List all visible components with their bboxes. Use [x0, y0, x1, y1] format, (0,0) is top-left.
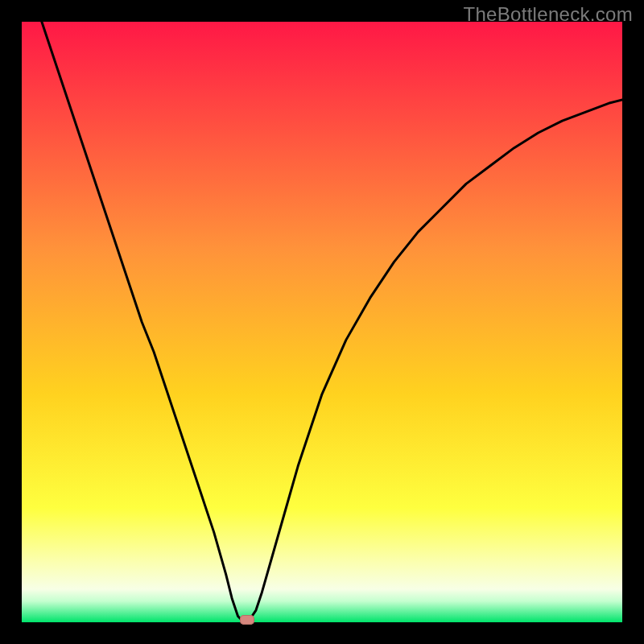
chart-svg — [22, 22, 622, 622]
watermark-text: TheBottleneck.com — [463, 3, 633, 26]
plot-area — [22, 22, 622, 622]
optimal-point-marker — [240, 615, 254, 625]
gradient-background — [22, 22, 622, 622]
chart-frame: TheBottleneck.com — [0, 0, 644, 644]
